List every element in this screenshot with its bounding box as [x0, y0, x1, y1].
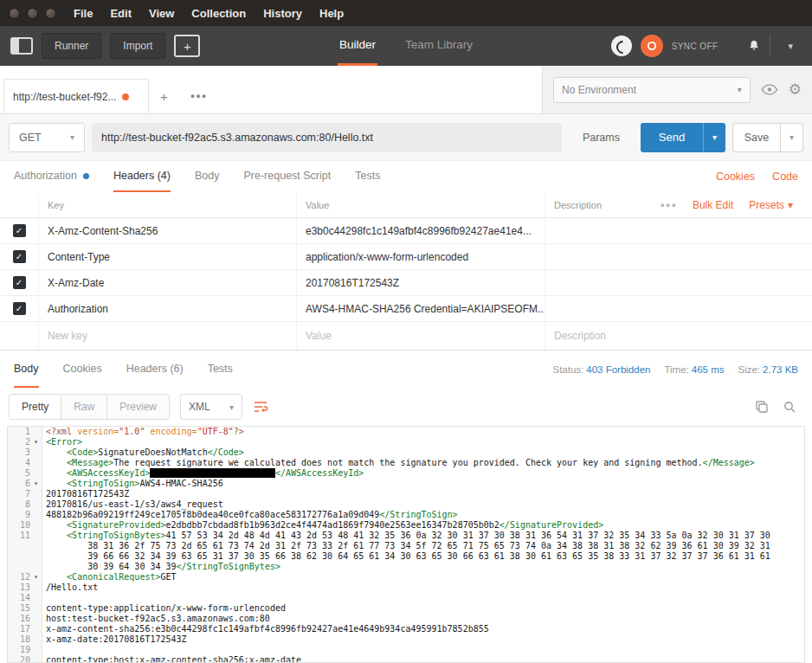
view-preview-button[interactable]: Preview	[107, 395, 169, 419]
tab-label: Tests	[355, 170, 380, 182]
time-label: Time:	[664, 364, 688, 375]
bulk-edit-link[interactable]: Bulk Edit	[693, 199, 733, 211]
header-description-cell[interactable]	[545, 296, 812, 321]
table-options-icon[interactable]: ●●●	[661, 201, 677, 209]
send-button[interactable]: Send	[641, 123, 703, 152]
header-key-cell[interactable]: X-Amz-Date	[38, 270, 296, 295]
table-row[interactable]: ✓X-Amz-Content-Sha256e3b0c44298fc1c149af…	[0, 218, 812, 244]
tab-tests[interactable]: Tests	[355, 161, 380, 192]
row-checkbox[interactable]: ✓	[13, 224, 26, 237]
menu-help[interactable]: Help	[319, 7, 344, 20]
send-options-caret[interactable]: ▾	[703, 123, 725, 152]
time-value: 465 ms	[692, 364, 725, 375]
tab-builder[interactable]: Builder	[338, 26, 377, 66]
menu-view[interactable]: View	[149, 7, 174, 20]
header-value-cell[interactable]: 20170816T172543Z	[296, 270, 545, 295]
new-description-placeholder[interactable]: Description	[545, 322, 812, 350]
save-button[interactable]: Save	[732, 123, 781, 152]
tab-headers[interactable]: Headers (4)	[113, 161, 171, 192]
new-tab-button[interactable]: +	[149, 79, 179, 113]
runner-button[interactable]: Runner	[42, 33, 101, 59]
save-options-caret[interactable]: ▾	[781, 123, 803, 152]
wrap-lines-icon[interactable]	[253, 400, 268, 414]
fold-arrow-icon[interactable]: ▾	[30, 437, 42, 447]
copy-icon[interactable]	[755, 400, 769, 414]
code-token: AWS4-HMAC-SHA256	[139, 479, 222, 488]
view-pretty-button[interactable]: Pretty	[10, 395, 61, 419]
notifications-bell-icon[interactable]	[747, 39, 761, 53]
response-tab-tests[interactable]: Tests	[208, 351, 233, 388]
menu-file[interactable]: File	[74, 7, 93, 20]
tab-team-library[interactable]: Team Library	[403, 26, 474, 66]
response-tab-body[interactable]: Body	[14, 351, 39, 388]
header-description-cell[interactable]	[545, 218, 812, 243]
line-number: 3	[8, 447, 30, 458]
url-input[interactable]	[92, 123, 562, 152]
params-button[interactable]: Params	[569, 123, 634, 152]
window-minimize-button[interactable]	[27, 8, 38, 19]
table-row[interactable]: ✓X-Amz-Date20170816T172543Z	[0, 270, 812, 296]
line-number: 16	[8, 614, 30, 624]
new-window-icon[interactable]: +	[174, 35, 200, 57]
new-header-row[interactable]: New key Value Description	[0, 322, 812, 350]
header-description-cell[interactable]	[545, 270, 812, 295]
header-value-cell[interactable]: AWS4-HMAC-SHA256 Credential=AKIAIPSEOFM.…	[296, 296, 545, 321]
response-tab-cookies[interactable]: Cookies	[63, 351, 102, 388]
method-select[interactable]: GET ▾	[9, 123, 85, 152]
table-row[interactable]: ✓AuthorizationAWS4-HMAC-SHA256 Credentia…	[0, 296, 812, 322]
code-token: content-type:application/x-www-form-urle…	[46, 603, 286, 613]
tab-body[interactable]: Body	[195, 161, 220, 192]
environment-value: No Environment	[562, 84, 636, 96]
sidebar-toggle-icon[interactable]	[10, 37, 33, 55]
header-value-cell[interactable]: application/x-www-form-urlencoded	[296, 244, 545, 269]
builder-tabs: Builder Team Library	[338, 26, 474, 66]
response-body-code[interactable]: 1<?xml version="1.0" encoding="UTF-8"?>2…	[7, 426, 805, 663]
presets-dropdown[interactable]: Presets ▾	[749, 199, 793, 211]
view-raw-button[interactable]: Raw	[61, 395, 107, 419]
menu-history[interactable]: History	[263, 7, 302, 20]
tab-authorization[interactable]: Authorization	[14, 161, 89, 192]
import-button[interactable]: Import	[110, 33, 165, 59]
status-value: 403 Forbidden	[586, 364, 650, 375]
window-maximize-button[interactable]	[45, 8, 56, 19]
search-icon[interactable]	[783, 400, 796, 414]
code-token: GET	[160, 572, 176, 582]
menu-edit[interactable]: Edit	[110, 7, 132, 20]
interceptor-icon[interactable]	[611, 35, 632, 56]
code-line: 19	[8, 645, 804, 655]
environment-preview-eye-icon[interactable]	[761, 84, 778, 95]
chevron-down-icon[interactable]: ▾	[779, 41, 802, 52]
cookies-link[interactable]: Cookies	[716, 171, 755, 183]
menu-collection[interactable]: Collection	[191, 7, 246, 20]
new-value-placeholder[interactable]: Value	[296, 322, 545, 350]
fold-arrow-icon[interactable]: ▾	[30, 572, 42, 583]
line-number: 6	[8, 479, 30, 489]
tab-pre-request-script[interactable]: Pre-request Script	[243, 161, 331, 192]
request-tab[interactable]: http://test-bucket-f92...	[3, 79, 149, 113]
header-value-cell[interactable]: e3b0c44298fc1c149afbf4c8996fb92427ae41e4…	[296, 218, 545, 243]
tab-options-icon[interactable]: ●●●	[179, 79, 218, 113]
header-description-cell[interactable]	[545, 244, 812, 269]
code-token: encoding=	[145, 427, 197, 436]
environment-select[interactable]: No Environment ▾	[553, 77, 751, 103]
row-checkbox[interactable]: ✓	[13, 276, 26, 289]
fold-arrow-icon[interactable]: ▾	[30, 479, 42, 489]
window-close-button[interactable]	[9, 8, 20, 19]
row-checkbox[interactable]: ✓	[13, 302, 26, 315]
request-tabstrip: http://test-bucket-f92... + ●●● No Envir…	[0, 66, 812, 114]
authorization-configured-dot	[83, 173, 89, 179]
sync-status-icon[interactable]	[641, 35, 663, 57]
settings-gear-icon[interactable]: ⚙	[789, 82, 802, 97]
row-checkbox[interactable]: ✓	[13, 250, 26, 263]
table-row[interactable]: ✓Content-Typeapplication/x-www-form-urle…	[0, 244, 812, 270]
header-key-cell[interactable]: Content-Type	[38, 244, 296, 269]
header-key-cell[interactable]: X-Amz-Content-Sha256	[38, 218, 296, 243]
code-token	[46, 572, 67, 582]
response-format-select[interactable]: XML ▾	[180, 394, 242, 420]
header-key-cell[interactable]: Authorization	[38, 296, 296, 321]
code-token	[46, 447, 67, 457]
code-link[interactable]: Code	[772, 171, 798, 183]
new-key-placeholder[interactable]: New key	[38, 322, 296, 350]
app-toolbar: Runner Import + Builder Team Library SYN…	[0, 26, 812, 66]
response-tab-headers[interactable]: Headers (6)	[126, 351, 184, 388]
